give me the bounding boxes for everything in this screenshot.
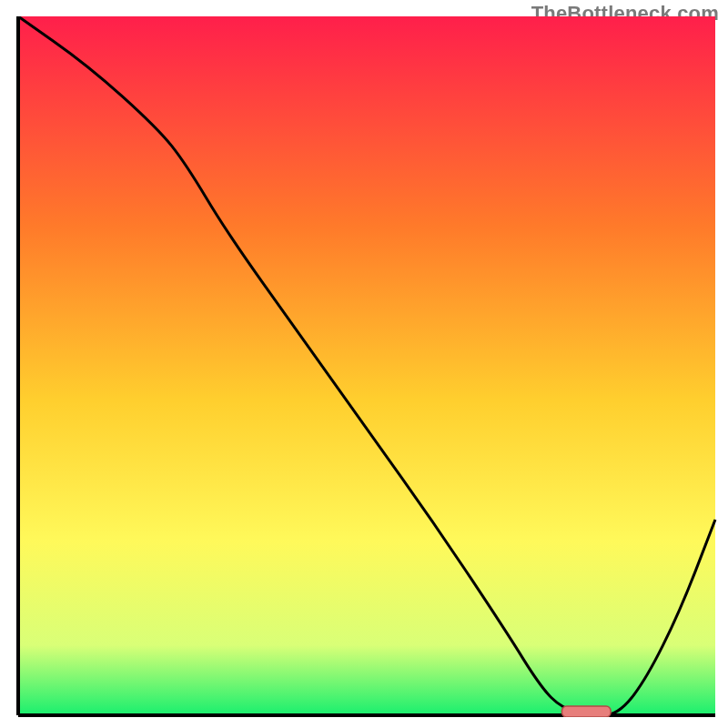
bottleneck-plot bbox=[16, 16, 717, 717]
optimum-marker bbox=[562, 706, 612, 717]
plot-background bbox=[18, 16, 715, 715]
chart-canvas: TheBottleneck.com bbox=[0, 0, 728, 728]
